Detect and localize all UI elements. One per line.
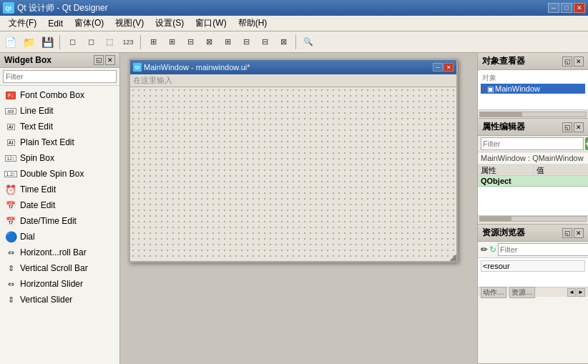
plain-text-edit-icon: AI	[4, 136, 17, 149]
widget-item-datetime-edit[interactable]: 📅 Date/Time Edit	[0, 213, 119, 229]
nav-next-button[interactable]: ►	[577, 288, 585, 297]
close-button[interactable]: ✕	[574, 3, 585, 13]
widget-box-title: Widget Box	[4, 55, 52, 65]
menu-help[interactable]: 帮助(H)	[232, 16, 273, 31]
menu-settings[interactable]: 设置(S)	[150, 16, 190, 31]
designer-window-title: MainWindow - mainwindow.ui*	[144, 63, 250, 72]
widget-filter-input[interactable]	[3, 70, 117, 83]
toolbar-mode1[interactable]: ⬚	[101, 34, 118, 51]
widget-item-date-edit[interactable]: 📅 Date Edit	[0, 197, 119, 213]
resource-filter-input[interactable]	[498, 243, 588, 256]
vert-scroll-icon: ⇕	[4, 262, 17, 275]
filter-box	[0, 68, 119, 86]
toolbar-align4[interactable]: ⊠	[200, 34, 217, 51]
prop-section-qobject: QObject	[478, 176, 588, 187]
widget-item-horiz-scroll[interactable]: ⇔ Horizont...roll Bar	[0, 245, 119, 260]
widget-item-vert-slider[interactable]: ⇕ Vertical Slider	[0, 292, 119, 308]
toolbar-align6[interactable]: ⊟	[237, 34, 255, 51]
nav-prev-button[interactable]: ◄	[567, 288, 576, 297]
widget-item-label: Vertical Scroll Bar	[20, 263, 88, 273]
resource-item[interactable]: <resour	[481, 260, 585, 272]
toolbar-sep-3	[295, 35, 296, 49]
toolbar-align3[interactable]: ⊟	[182, 34, 199, 51]
widget-item-time-edit[interactable]: ⏰ Time Edit	[0, 182, 119, 197]
widget-item-label: Spin Box	[20, 153, 54, 163]
toolbar-layout2[interactable]: ⊠	[275, 34, 292, 51]
menu-window[interactable]: 窗口(W)	[190, 16, 232, 31]
menu-form[interactable]: 窗体(O)	[69, 16, 109, 31]
resource-browser-close[interactable]: ✕	[574, 228, 584, 238]
widget-item-font-combo-box[interactable]: F↓ Font Combo Box	[0, 87, 119, 103]
property-editor-controls: ◱ ✕	[562, 122, 584, 132]
obj-arrow: ▸	[482, 85, 486, 92]
prop-filter-row: + 🔧	[478, 136, 588, 152]
toolbar-mode2[interactable]: 123	[119, 34, 137, 51]
property-editor: 属性编辑器 ◱ ✕ + 🔧 MainWindow : QMainWindow 属…	[478, 119, 588, 225]
toolbar-layout1[interactable]: ⊟	[256, 34, 273, 51]
menu-file[interactable]: 文件(F)	[3, 16, 42, 31]
prop-scroll-track[interactable]	[479, 216, 587, 222]
action-button[interactable]: 动作…	[481, 287, 506, 298]
designer-window-controls: ─ ✕	[433, 63, 454, 72]
resource-refresh-icon[interactable]: ↻	[489, 245, 496, 255]
widget-box-controls: ◱ ✕	[94, 55, 115, 65]
mainwindow-obj-item[interactable]: ▸ ▣ MainWindow	[481, 84, 585, 94]
designer-minimize[interactable]: ─	[433, 63, 443, 72]
resource-browser-float[interactable]: ◱	[562, 228, 572, 238]
prop-class-row: MainWindow : QMainWindow	[478, 152, 588, 164]
minimize-button[interactable]: ─	[548, 3, 559, 13]
property-editor-header: 属性编辑器 ◱ ✕	[478, 119, 588, 136]
object-inspector-close[interactable]: ✕	[574, 56, 584, 67]
toolbar-align2[interactable]: ⊞	[163, 34, 180, 51]
property-editor-close[interactable]: ✕	[574, 122, 584, 132]
datetime-edit-icon: 📅	[4, 215, 17, 227]
toolbar-preview[interactable]: 🔍	[300, 34, 317, 51]
prop-value-label: 值	[534, 164, 589, 175]
widget-box-float[interactable]: ◱	[94, 55, 104, 65]
toolbar-sep-1	[59, 35, 60, 49]
widget-item-horiz-slider[interactable]: ⇔ Horizontal Slider	[0, 276, 119, 292]
prop-scrollbar[interactable]	[478, 215, 588, 224]
designer-title-left: Qt MainWindow - mainwindow.ui*	[133, 63, 250, 72]
toolbar-align1[interactable]: ⊞	[144, 34, 162, 51]
resource-button[interactable]: 资源…	[509, 287, 535, 298]
toolbar-undo[interactable]: ◻	[64, 34, 81, 51]
app-icon: Qt	[3, 2, 14, 14]
maximize-button[interactable]: □	[561, 3, 572, 13]
widget-item-plain-text-edit[interactable]: AI Plain Text Edit	[0, 134, 119, 150]
vert-slider-icon: ⇕	[4, 293, 17, 306]
prop-add-button[interactable]: +	[585, 137, 588, 150]
toolbar-open[interactable]: 📁	[20, 34, 37, 51]
property-editor-float[interactable]: ◱	[562, 122, 572, 132]
widget-item-double-spin-box[interactable]: 1.2↕ Double Spin Box	[0, 166, 119, 182]
resource-tree: <resour	[478, 258, 588, 287]
center-area: Qt MainWindow - mainwindow.ui* ─ ✕ 在这里输入	[120, 53, 477, 364]
spin-box-icon: 12↕	[4, 152, 17, 164]
resource-pencil-icon[interactable]: ✏	[481, 245, 488, 255]
widget-box-close[interactable]: ✕	[105, 55, 115, 65]
toolbar-redo[interactable]: ◻	[82, 34, 99, 51]
designer-close[interactable]: ✕	[444, 63, 454, 72]
widget-item-vert-scroll[interactable]: ⇕ Vertical Scroll Bar	[0, 260, 119, 276]
object-tree: 对象 ▸ ▣ MainWindow	[478, 70, 588, 109]
designer-canvas[interactable]	[130, 87, 456, 261]
widget-item-line-edit[interactable]: abl Line Edit	[0, 103, 119, 119]
object-inspector-float[interactable]: ◱	[562, 56, 572, 67]
menu-view[interactable]: 视图(V)	[109, 16, 150, 31]
widget-item-spin-box[interactable]: 12↕ Spin Box	[0, 150, 119, 166]
widget-item-text-edit[interactable]: AI Text Edit	[0, 119, 119, 134]
prop-class-info: MainWindow : QMainWindow	[481, 154, 584, 162]
widget-list: F↓ Font Combo Box abl Line Edit AI Text …	[0, 86, 119, 364]
toolbar-new[interactable]: 📄	[1, 34, 19, 51]
toolbar-save[interactable]: 💾	[39, 34, 56, 51]
widget-item-label: Text Edit	[20, 122, 53, 132]
obj-scrollbar[interactable]	[478, 109, 588, 118]
prop-attr-label: 属性	[478, 164, 534, 175]
resize-handle[interactable]	[449, 254, 456, 261]
widget-item-dial[interactable]: 🔵 Dial	[0, 229, 119, 245]
obj-scroll-track[interactable]	[479, 112, 587, 117]
obj-scroll-thumb	[480, 112, 522, 117]
prop-filter-input[interactable]	[481, 137, 584, 150]
menu-edit[interactable]: Edit	[42, 17, 69, 30]
toolbar-align5[interactable]: ⊞	[219, 34, 236, 51]
